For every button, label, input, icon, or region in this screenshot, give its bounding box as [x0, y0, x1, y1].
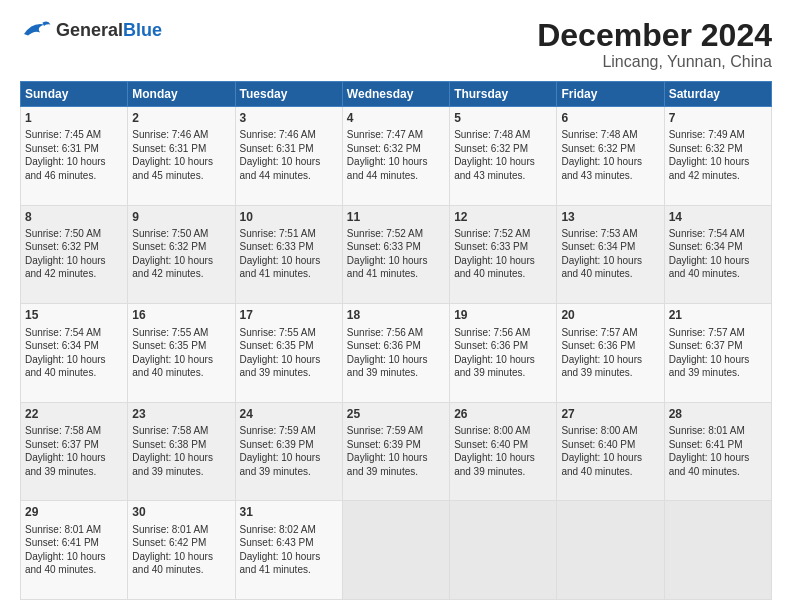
sunset-text: Sunset: 6:31 PM: [240, 143, 314, 154]
day-number: 14: [669, 209, 767, 225]
day-number: 9: [132, 209, 230, 225]
daylight-label: Daylight: 10 hours and 41 minutes.: [240, 551, 321, 576]
sunrise-text: Sunrise: 7:52 AM: [347, 228, 423, 239]
calendar-table: SundayMondayTuesdayWednesdayThursdayFrid…: [20, 81, 772, 600]
sunset-text: Sunset: 6:32 PM: [454, 143, 528, 154]
daylight-label: Daylight: 10 hours and 44 minutes.: [347, 156, 428, 181]
calendar-cell: 15Sunrise: 7:54 AMSunset: 6:34 PMDayligh…: [21, 304, 128, 403]
calendar-cell: 30Sunrise: 8:01 AMSunset: 6:42 PMDayligh…: [128, 501, 235, 600]
daylight-label: Daylight: 10 hours and 39 minutes.: [25, 452, 106, 477]
daylight-label: Daylight: 10 hours and 45 minutes.: [132, 156, 213, 181]
col-header-tuesday: Tuesday: [235, 82, 342, 107]
daylight-label: Daylight: 10 hours and 39 minutes.: [347, 452, 428, 477]
daylight-label: Daylight: 10 hours and 40 minutes.: [561, 452, 642, 477]
sunset-text: Sunset: 6:41 PM: [25, 537, 99, 548]
calendar-cell: 27Sunrise: 8:00 AMSunset: 6:40 PMDayligh…: [557, 402, 664, 501]
day-number: 26: [454, 406, 552, 422]
sunrise-text: Sunrise: 7:56 AM: [454, 327, 530, 338]
daylight-label: Daylight: 10 hours and 42 minutes.: [25, 255, 106, 280]
header: GeneralBlue December 2024 Lincang, Yunna…: [20, 18, 772, 71]
calendar-row-2: 8Sunrise: 7:50 AMSunset: 6:32 PMDaylight…: [21, 205, 772, 304]
day-number: 16: [132, 307, 230, 323]
day-number: 3: [240, 110, 338, 126]
day-number: 17: [240, 307, 338, 323]
sunrise-text: Sunrise: 7:53 AM: [561, 228, 637, 239]
sunrise-text: Sunrise: 7:50 AM: [132, 228, 208, 239]
daylight-label: Daylight: 10 hours and 43 minutes.: [561, 156, 642, 181]
month-title: December 2024: [537, 18, 772, 53]
sunset-text: Sunset: 6:34 PM: [561, 241, 635, 252]
calendar-cell: 20Sunrise: 7:57 AMSunset: 6:36 PMDayligh…: [557, 304, 664, 403]
sunrise-text: Sunrise: 7:46 AM: [240, 129, 316, 140]
day-number: 29: [25, 504, 123, 520]
sunset-text: Sunset: 6:35 PM: [132, 340, 206, 351]
sunset-text: Sunset: 6:43 PM: [240, 537, 314, 548]
daylight-label: Daylight: 10 hours and 40 minutes.: [25, 551, 106, 576]
sunrise-text: Sunrise: 7:55 AM: [132, 327, 208, 338]
sunset-text: Sunset: 6:37 PM: [25, 439, 99, 450]
day-number: 25: [347, 406, 445, 422]
sunrise-text: Sunrise: 7:48 AM: [454, 129, 530, 140]
sunset-text: Sunset: 6:39 PM: [347, 439, 421, 450]
daylight-label: Daylight: 10 hours and 42 minutes.: [132, 255, 213, 280]
daylight-label: Daylight: 10 hours and 39 minutes.: [669, 354, 750, 379]
daylight-label: Daylight: 10 hours and 40 minutes.: [454, 255, 535, 280]
day-number: 20: [561, 307, 659, 323]
daylight-label: Daylight: 10 hours and 40 minutes.: [132, 354, 213, 379]
logo: GeneralBlue: [20, 18, 162, 42]
sunrise-text: Sunrise: 7:57 AM: [561, 327, 637, 338]
sunrise-text: Sunrise: 8:01 AM: [25, 524, 101, 535]
sunrise-text: Sunrise: 8:00 AM: [561, 425, 637, 436]
calendar-cell: [557, 501, 664, 600]
daylight-label: Daylight: 10 hours and 40 minutes.: [669, 255, 750, 280]
page: GeneralBlue December 2024 Lincang, Yunna…: [0, 0, 792, 612]
logo-text: GeneralBlue: [56, 20, 162, 40]
day-number: 8: [25, 209, 123, 225]
sunrise-text: Sunrise: 7:54 AM: [669, 228, 745, 239]
daylight-label: Daylight: 10 hours and 40 minutes.: [25, 354, 106, 379]
daylight-label: Daylight: 10 hours and 42 minutes.: [669, 156, 750, 181]
calendar-cell: 22Sunrise: 7:58 AMSunset: 6:37 PMDayligh…: [21, 402, 128, 501]
calendar-cell: 7Sunrise: 7:49 AMSunset: 6:32 PMDaylight…: [664, 107, 771, 206]
day-number: 22: [25, 406, 123, 422]
daylight-label: Daylight: 10 hours and 39 minutes.: [132, 452, 213, 477]
calendar-cell: [664, 501, 771, 600]
col-header-thursday: Thursday: [450, 82, 557, 107]
sunset-text: Sunset: 6:31 PM: [25, 143, 99, 154]
sunset-text: Sunset: 6:32 PM: [669, 143, 743, 154]
daylight-label: Daylight: 10 hours and 39 minutes.: [454, 354, 535, 379]
day-number: 7: [669, 110, 767, 126]
daylight-label: Daylight: 10 hours and 39 minutes.: [240, 354, 321, 379]
calendar-row-1: 1Sunrise: 7:45 AMSunset: 6:31 PMDaylight…: [21, 107, 772, 206]
sunrise-text: Sunrise: 7:54 AM: [25, 327, 101, 338]
sunrise-text: Sunrise: 7:57 AM: [669, 327, 745, 338]
calendar-row-4: 22Sunrise: 7:58 AMSunset: 6:37 PMDayligh…: [21, 402, 772, 501]
sunset-text: Sunset: 6:40 PM: [454, 439, 528, 450]
sunrise-text: Sunrise: 7:47 AM: [347, 129, 423, 140]
sunset-text: Sunset: 6:42 PM: [132, 537, 206, 548]
daylight-label: Daylight: 10 hours and 39 minutes.: [561, 354, 642, 379]
sunrise-text: Sunrise: 7:48 AM: [561, 129, 637, 140]
calendar-cell: [450, 501, 557, 600]
calendar-cell: 13Sunrise: 7:53 AMSunset: 6:34 PMDayligh…: [557, 205, 664, 304]
sunset-text: Sunset: 6:38 PM: [132, 439, 206, 450]
daylight-label: Daylight: 10 hours and 44 minutes.: [240, 156, 321, 181]
calendar-cell: 3Sunrise: 7:46 AMSunset: 6:31 PMDaylight…: [235, 107, 342, 206]
calendar-cell: 11Sunrise: 7:52 AMSunset: 6:33 PMDayligh…: [342, 205, 449, 304]
daylight-label: Daylight: 10 hours and 41 minutes.: [347, 255, 428, 280]
calendar-cell: 26Sunrise: 8:00 AMSunset: 6:40 PMDayligh…: [450, 402, 557, 501]
daylight-label: Daylight: 10 hours and 46 minutes.: [25, 156, 106, 181]
sunset-text: Sunset: 6:35 PM: [240, 340, 314, 351]
calendar-header-row: SundayMondayTuesdayWednesdayThursdayFrid…: [21, 82, 772, 107]
daylight-label: Daylight: 10 hours and 39 minutes.: [454, 452, 535, 477]
sunset-text: Sunset: 6:32 PM: [132, 241, 206, 252]
sunrise-text: Sunrise: 7:58 AM: [25, 425, 101, 436]
daylight-label: Daylight: 10 hours and 43 minutes.: [454, 156, 535, 181]
sunset-text: Sunset: 6:32 PM: [347, 143, 421, 154]
sunset-text: Sunset: 6:40 PM: [561, 439, 635, 450]
calendar-cell: 29Sunrise: 8:01 AMSunset: 6:41 PMDayligh…: [21, 501, 128, 600]
day-number: 21: [669, 307, 767, 323]
calendar-cell: 24Sunrise: 7:59 AMSunset: 6:39 PMDayligh…: [235, 402, 342, 501]
sunset-text: Sunset: 6:34 PM: [669, 241, 743, 252]
day-number: 12: [454, 209, 552, 225]
